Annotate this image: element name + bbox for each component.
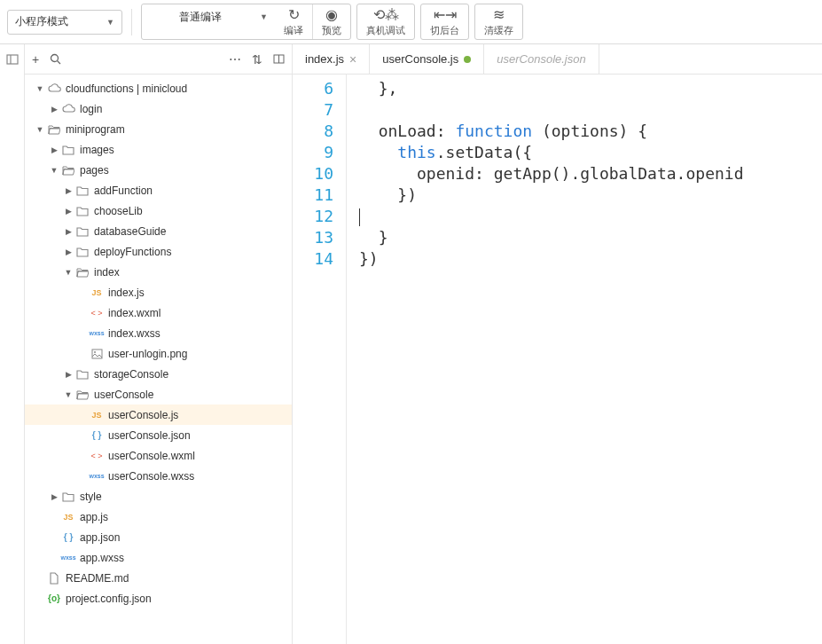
tree-item-label: app.json <box>80 531 120 544</box>
tree-item-label: style <box>80 491 102 503</box>
real-device-label: 真机调试 <box>366 24 405 37</box>
tree-item[interactable]: ▼pages <box>25 160 292 180</box>
expand-icon: ⇤⇥ <box>434 6 457 22</box>
tree-item-label: index <box>94 266 120 279</box>
line-number: 12 <box>293 206 333 227</box>
tree-item[interactable]: < >userConsole.wxml <box>25 445 292 466</box>
tree-item[interactable]: ▶databaseGuide <box>25 221 292 241</box>
tree-item-label: index.js <box>108 287 145 299</box>
tree-item-label: deployFunctions <box>94 246 171 258</box>
tree-item[interactable]: ▼index <box>25 262 292 282</box>
tree-item-label: userConsole <box>94 389 153 401</box>
editor-tab[interactable]: userConsole.json <box>484 44 599 74</box>
compile-label: 编译 <box>284 24 303 37</box>
code-line: } <box>359 227 743 248</box>
file-type-icon <box>74 369 90 380</box>
svg-line-3 <box>58 61 61 65</box>
tree-item[interactable]: < >index.wxml <box>25 302 292 323</box>
file-type-icon <box>60 104 76 114</box>
split-icon[interactable] <box>273 53 285 65</box>
tree-item[interactable]: { }userConsole.json <box>25 425 292 445</box>
chevron-icon: ▶ <box>48 492 60 501</box>
file-type-icon: JS <box>89 411 105 420</box>
chevron-icon: ▶ <box>62 207 74 216</box>
tree-item-label: user-unlogin.png <box>108 348 187 360</box>
file-type-icon <box>74 206 90 216</box>
chevron-icon: ▶ <box>48 145 60 154</box>
compile-dropdown[interactable]: 普通编译 ▼ <box>142 4 275 29</box>
code-line: }) <box>359 185 743 206</box>
editor-tab[interactable]: index.js× <box>293 44 370 74</box>
background-button[interactable]: ⇤⇥ 切后台 <box>421 4 468 39</box>
new-file-icon[interactable]: + <box>32 52 39 67</box>
code-editor[interactable]: 67891011121314 }, onLoad: function (opti… <box>293 75 822 644</box>
tree-item[interactable]: README.md <box>25 568 292 588</box>
left-gutter <box>0 44 25 644</box>
tree-item-label: index.wxml <box>108 307 160 319</box>
tree-item[interactable]: user-unlogin.png <box>25 343 292 364</box>
mode-dropdown[interactable]: 小程序模式 ▼ <box>7 10 122 35</box>
tree-item[interactable]: JSindex.js <box>25 282 292 302</box>
chevron-icon: ▶ <box>62 227 74 236</box>
tree-item-label: images <box>80 144 114 156</box>
chevron-icon: ▼ <box>34 84 46 93</box>
chevron-icon: ▶ <box>48 105 60 114</box>
cache-group: ≋ 清缓存 <box>474 4 523 40</box>
preview-label: 预览 <box>322 24 341 37</box>
tree-item[interactable]: { }app.json <box>25 527 292 547</box>
more-icon[interactable]: ⋯ <box>229 52 241 67</box>
tree-item[interactable]: ▶images <box>25 139 292 160</box>
editor-tab[interactable]: userConsole.js <box>370 44 484 74</box>
clear-cache-label: 清缓存 <box>484 24 513 37</box>
sort-icon[interactable]: ⇅ <box>252 52 262 67</box>
top-toolbar: 小程序模式 ▼ 普通编译 ▼ ↻ 编译 ◉ 预览 ⟲⁂ 真机调试 ⇤⇥ 切后台 <box>0 0 822 44</box>
tree-item[interactable]: ▶login <box>25 98 292 119</box>
tree-item-label: databaseGuide <box>94 225 166 238</box>
tab-label: userConsole.js <box>382 52 458 66</box>
tree-item[interactable]: ▶addFunction <box>25 180 292 200</box>
eye-icon: ◉ <box>325 6 338 22</box>
file-explorer: + ⋯ ⇅ ▼cloudfunctions | minicloud▶login▼… <box>25 44 293 644</box>
preview-button[interactable]: ◉ 预览 <box>313 4 350 39</box>
tree-item[interactable]: ▶deployFunctions <box>25 241 292 262</box>
clear-cache-button[interactable]: ≋ 清缓存 <box>475 4 522 39</box>
code-line: }, <box>359 78 743 99</box>
bg-group: ⇤⇥ 切后台 <box>420 4 469 40</box>
file-type-icon <box>60 491 76 502</box>
tree-item[interactable]: wxssapp.wxss <box>25 547 292 568</box>
tree-item[interactable]: ▼miniprogram <box>25 119 292 139</box>
tree-item-label: userConsole.js <box>108 409 178 421</box>
code-line: openid: getApp().globalData.openid <box>359 163 743 185</box>
tree-item[interactable]: ▶chooseLib <box>25 200 292 221</box>
tree-item-label: index.wxss <box>108 327 160 340</box>
tree-item-label: storageConsole <box>94 368 168 381</box>
search-icon[interactable] <box>50 53 61 65</box>
tree-item[interactable]: ▶storageConsole <box>25 364 292 384</box>
tree-item[interactable]: wxssuserConsole.wxss <box>25 466 292 486</box>
real-device-button[interactable]: ⟲⁂ 真机调试 <box>357 4 414 39</box>
file-type-icon <box>74 247 90 257</box>
chevron-down-icon: ▼ <box>106 18 114 27</box>
file-type-icon <box>89 349 105 359</box>
code-line <box>359 206 743 227</box>
tree-item-label: cloudfunctions | minicloud <box>66 82 187 95</box>
main-area: + ⋯ ⇅ ▼cloudfunctions | minicloud▶login▼… <box>0 44 822 644</box>
line-number: 14 <box>293 248 333 270</box>
tree-item-label: userConsole.wxss <box>108 470 194 483</box>
tree-item[interactable]: ▶style <box>25 486 292 507</box>
tree-item[interactable]: wxssindex.wxss <box>25 323 292 343</box>
tree-item[interactable]: ▼userConsole <box>25 384 292 404</box>
close-icon[interactable]: × <box>349 52 356 67</box>
sidebar-toggle-icon[interactable] <box>3 50 22 69</box>
file-type-icon: wxss <box>89 330 105 336</box>
tree-item[interactable]: {o}project.config.json <box>25 588 292 609</box>
tree-item[interactable]: ▼cloudfunctions | minicloud <box>25 78 292 98</box>
tree-item[interactable]: JSapp.js <box>25 507 292 527</box>
tree-item[interactable]: JSuserConsole.js <box>25 404 292 425</box>
compile-button[interactable]: ↻ 编译 <box>275 4 313 39</box>
refresh-icon: ↻ <box>288 6 300 22</box>
svg-rect-0 <box>7 55 18 64</box>
tree-item-label: pages <box>80 164 109 177</box>
tab-label: userConsole.json <box>497 52 585 66</box>
file-type-icon: {o} <box>46 593 62 603</box>
